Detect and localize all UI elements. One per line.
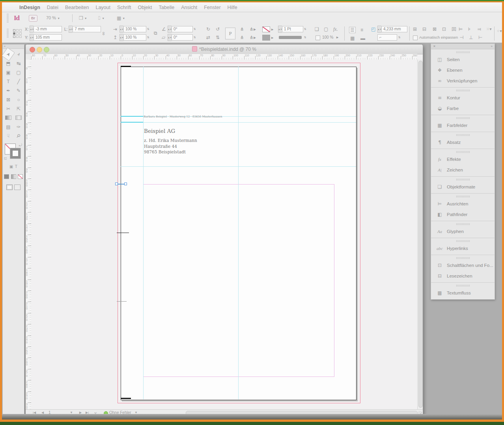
align-center-icon[interactable]: ⊧ bbox=[468, 27, 470, 32]
flip-horizontal-icon[interactable]: ⇄ bbox=[206, 35, 210, 40]
normal-view-mode-button[interactable] bbox=[6, 185, 13, 190]
distribute-left-icon[interactable]: ⊣ bbox=[459, 35, 463, 40]
align-right-icon[interactable]: ⫤ bbox=[478, 27, 481, 32]
distribute-right-icon[interactable]: ⊢ bbox=[478, 35, 482, 40]
dock-item-glyphen[interactable]: AaGlyphen bbox=[431, 226, 495, 237]
stroke-swatch[interactable] bbox=[10, 148, 21, 158]
dock-group-grip-icon[interactable] bbox=[456, 151, 470, 153]
stroke-color-swatch[interactable] bbox=[262, 26, 270, 32]
drop-shadow-icon[interactable]: ▢ bbox=[324, 27, 328, 32]
arrange-documents-button[interactable]: ▦▼ bbox=[117, 15, 125, 21]
scale-y-field[interactable]: ▲▼ 100 % ⇅ bbox=[119, 34, 149, 41]
opacity-value[interactable]: 100 % bbox=[322, 35, 333, 39]
zoom-tool[interactable]: ⚲ bbox=[12, 129, 26, 143]
ruler-origin-corner[interactable] bbox=[26, 54, 32, 60]
select-last-object-icon[interactable]: ⋔▸ bbox=[250, 35, 256, 40]
dock-item-textumfluss[interactable]: ▩Textumfluss bbox=[431, 287, 495, 298]
menu-ansicht[interactable]: Ansicht bbox=[181, 5, 197, 10]
length-value[interactable]: 7 mm bbox=[73, 26, 101, 32]
default-fill-stroke-icon[interactable]: ◱ bbox=[4, 157, 7, 160]
free-transform-tool[interactable]: ⇱ bbox=[13, 104, 24, 113]
dock-item-schaltfl-chen-und-fo[interactable]: ⊡Schaltflächen und Fo... bbox=[431, 260, 495, 270]
autofit-checkbox[interactable] bbox=[413, 35, 418, 40]
pencil-tool[interactable]: ✎ bbox=[13, 86, 24, 95]
zoom-level-dropdown[interactable]: 70 % ▼ bbox=[46, 15, 60, 20]
dock-item-ausrichten[interactable]: ⊨Ausrichten bbox=[431, 198, 495, 209]
fit-content-icon[interactable]: ⊞ bbox=[413, 27, 417, 32]
selection-handle[interactable] bbox=[115, 183, 118, 185]
select-next-object-icon[interactable]: ⋔▸ bbox=[250, 27, 256, 32]
stepper-icon[interactable]: ▲▼ bbox=[69, 26, 73, 33]
apply-color-button[interactable] bbox=[4, 174, 9, 179]
dock-item-hyperlinks[interactable]: abcHyperlinks bbox=[431, 243, 495, 254]
expand-dock-icon[interactable]: » bbox=[491, 45, 493, 48]
ruler-guide[interactable] bbox=[121, 166, 356, 167]
y-position-value[interactable]: 105 mm bbox=[34, 34, 62, 41]
panel-options-icon[interactable]: ⁘▾ bbox=[497, 29, 502, 34]
menu-indesign[interactable]: InDesign bbox=[19, 5, 40, 10]
recipient-company-text[interactable]: Beispiel AG bbox=[144, 128, 175, 134]
view-options-button[interactable]: ❐▼ bbox=[79, 15, 87, 21]
text-frame-options-icon[interactable]: ≡ bbox=[359, 27, 364, 33]
opacity-checkbox[interactable] bbox=[315, 35, 320, 40]
dock-item-farbe[interactable]: ◒Farbe bbox=[431, 103, 495, 114]
horizontal-ruler[interactable]: 8070605040302010010203040506070809010011… bbox=[31, 54, 417, 60]
preview-mode-button[interactable] bbox=[14, 185, 21, 190]
rotation-value[interactable]: 0° bbox=[172, 26, 193, 32]
corner-shape-field[interactable]: ⌐⇅ bbox=[377, 34, 401, 41]
gradient-feather-tool[interactable] bbox=[13, 113, 24, 122]
menu-objekt[interactable]: Objekt bbox=[138, 5, 152, 10]
stroke-weight-field[interactable]: ▲▼ 1 Pt ⇅ bbox=[278, 26, 306, 32]
stepper-icon[interactable]: ▲▼ bbox=[168, 26, 172, 33]
stroke-type-dropdown[interactable] bbox=[279, 36, 302, 39]
fill-frame-icon[interactable]: ⊠ bbox=[433, 27, 437, 32]
select-content-icon[interactable]: ⋔ bbox=[240, 27, 244, 32]
stepper-icon[interactable]: ▲▼ bbox=[119, 34, 123, 41]
fold-mark-line[interactable] bbox=[117, 233, 129, 233]
constrain-dimensions-icon[interactable]: ∞ bbox=[101, 32, 106, 35]
scale-y-value[interactable]: 100 % bbox=[123, 34, 146, 41]
dock-group-grip-icon[interactable] bbox=[456, 51, 470, 53]
rectangle-frame-tool[interactable]: ⊠ bbox=[3, 95, 13, 104]
align-left-icon[interactable]: ⊨ bbox=[459, 27, 463, 32]
ruler-guide[interactable] bbox=[121, 122, 356, 123]
find-similar-icon[interactable]: ❑ bbox=[315, 27, 319, 32]
constrain-scale-icon[interactable]: ⧉ bbox=[154, 31, 157, 35]
chevron-right-icon[interactable]: ▶ bbox=[271, 28, 273, 31]
stepper-icon[interactable]: ▲▼ bbox=[30, 34, 34, 41]
stepper-icon[interactable]: ▲▼ bbox=[168, 34, 172, 41]
x-position-field[interactable]: X:▲▼ -3 mm bbox=[25, 26, 62, 32]
center-content-icon[interactable]: ⊡ bbox=[442, 27, 446, 32]
dock-group-grip-icon[interactable] bbox=[456, 257, 470, 259]
shear-value[interactable]: 0° bbox=[172, 34, 193, 41]
stroke-weight-value[interactable]: 1 Pt bbox=[282, 26, 303, 32]
reference-point-proxy[interactable] bbox=[13, 29, 22, 38]
menu-fenster[interactable]: Fenster bbox=[204, 5, 220, 10]
formatting-affects-text-icon[interactable]: T bbox=[15, 164, 18, 169]
line-tool[interactable]: ╱ bbox=[13, 77, 24, 86]
note-tool[interactable]: ▤ bbox=[3, 122, 13, 131]
dock-item-ebenen[interactable]: ❖Ebenen bbox=[431, 65, 495, 75]
stepper-icon[interactable]: ▲▼ bbox=[119, 26, 123, 33]
dock-group-grip-icon[interactable] bbox=[456, 223, 470, 225]
dock-item-verkn-pfungen[interactable]: ∞Verknüpfungen bbox=[431, 75, 495, 86]
corner-radius-value[interactable]: 4,233 mm bbox=[381, 26, 407, 32]
selection-handle[interactable] bbox=[124, 183, 127, 185]
recipient-address-text[interactable]: z. Hd. Erika Mustermann Hauptstraße 44 9… bbox=[144, 138, 197, 155]
dock-group-grip-icon[interactable] bbox=[456, 196, 470, 198]
distribute-center-icon[interactable]: ⊥ bbox=[469, 35, 473, 40]
formatting-affects-container-icon[interactable]: ▣ bbox=[9, 164, 13, 169]
menu-layout[interactable]: Layout bbox=[95, 5, 110, 10]
stepper-icon[interactable]: ▲▼ bbox=[30, 26, 34, 33]
apply-gradient-button[interactable] bbox=[11, 174, 16, 179]
dock-item-lesezeichen[interactable]: ⊟Lesezeichen bbox=[431, 270, 495, 281]
chevron-right-icon[interactable]: ▶ bbox=[336, 36, 338, 39]
dock-group-grip-icon[interactable] bbox=[456, 285, 470, 287]
flip-vertical-icon[interactable]: ⇅ bbox=[216, 35, 220, 40]
menu-bearbeiten[interactable]: Bearbeiten bbox=[65, 5, 89, 10]
vertical-justify-icon[interactable]: ▬ bbox=[359, 35, 366, 41]
vertical-scrollbar-thumb[interactable] bbox=[418, 61, 423, 408]
distribute-menu-icon[interactable]: ⁙▾ bbox=[486, 27, 491, 32]
menu-tabelle[interactable]: Tabelle bbox=[159, 5, 175, 10]
tools-panel-header[interactable]: « bbox=[3, 45, 24, 49]
